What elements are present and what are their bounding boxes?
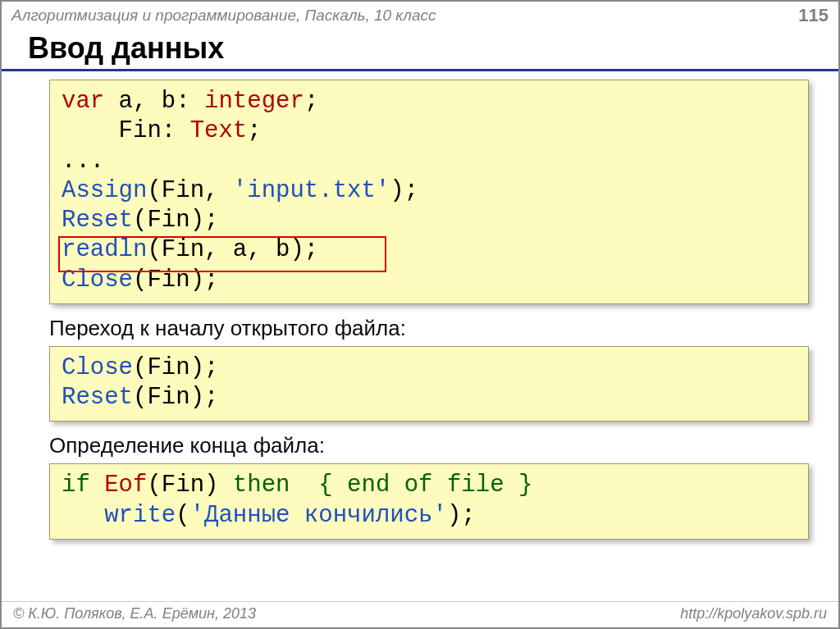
token-then: then — [233, 472, 290, 499]
token: (Fin); — [133, 354, 218, 381]
token-string: 'Данные кончились' — [190, 502, 447, 529]
token: (Fin) — [147, 472, 232, 499]
token: ); — [447, 502, 476, 529]
code-block-3: if Eof(Fin) then { end of file } write('… — [49, 463, 809, 540]
token-string: 'input.txt' — [233, 177, 390, 204]
caption-eof: Определение конца файла: — [49, 433, 809, 458]
token-eof: Eof — [104, 472, 147, 499]
code-block-2: Close(Fin); Reset(Fin); — [49, 346, 809, 422]
token-write: write — [104, 502, 176, 529]
token-ellipsis: ... — [62, 148, 104, 175]
slide-title: Ввод данных — [28, 31, 838, 66]
footer-bar: © К.Ю. Поляков, Е.А. Ерёмин, 2013 http:/… — [2, 601, 838, 627]
token-if: if — [62, 472, 90, 499]
token-text-type: Text — [190, 117, 248, 144]
token: (Fin); — [133, 267, 218, 294]
token: ); — [390, 177, 418, 204]
token — [290, 472, 318, 499]
token-comment: { end of file } — [318, 472, 532, 499]
token-readln: readln — [62, 236, 147, 263]
token: ; — [247, 117, 261, 144]
token: ( — [176, 502, 189, 529]
token-reset: Reset — [62, 207, 133, 234]
page-number: 115 — [798, 5, 829, 26]
caption-rewind: Переход к началу открытого файла: — [49, 316, 809, 341]
token: (Fin, — [147, 177, 232, 204]
footer-url: http://kpolyakov.spb.ru — [680, 605, 827, 622]
header-bar: Алгоритмизация и программирование, Паска… — [2, 2, 838, 28]
token-var: var — [62, 88, 104, 115]
code-block-1: var a, b: integer; Fin: Text; ... Assign… — [49, 80, 809, 304]
token: Fin: — [62, 117, 190, 144]
token: (Fin, a, b); — [147, 236, 318, 263]
footer-authors: © К.Ю. Поляков, Е.А. Ерёмин, 2013 — [13, 605, 256, 622]
slide: Алгоритмизация и программирование, Паска… — [0, 0, 840, 629]
token-reset: Reset — [62, 384, 133, 411]
token-integer: integer — [204, 88, 304, 115]
token: ; — [304, 88, 318, 115]
token-close: Close — [62, 267, 133, 294]
token — [62, 502, 104, 529]
token — [90, 472, 104, 499]
token-close: Close — [62, 354, 133, 381]
token-assign: Assign — [62, 177, 147, 204]
content-area: var a, b: integer; Fin: Text; ... Assign… — [2, 71, 838, 540]
token: (Fin); — [133, 207, 218, 234]
course-label: Алгоритмизация и программирование, Паска… — [11, 7, 436, 25]
token: a, b: — [104, 88, 204, 115]
token: (Fin); — [133, 384, 218, 411]
